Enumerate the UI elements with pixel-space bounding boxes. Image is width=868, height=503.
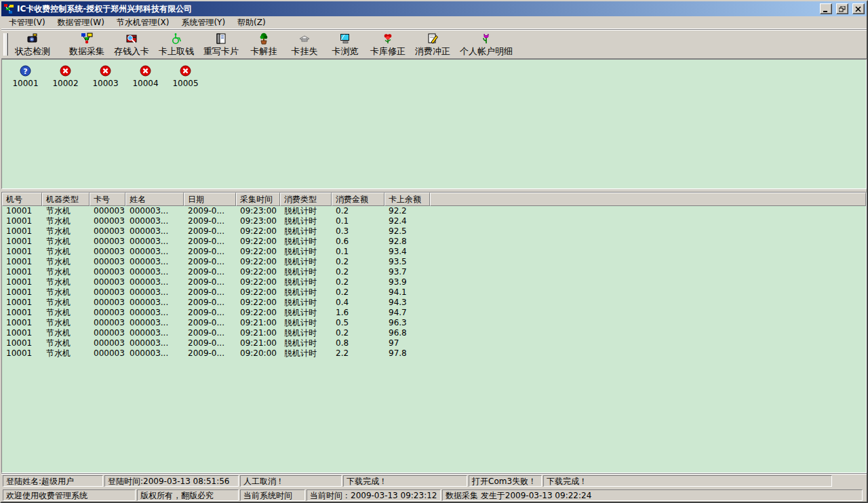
table-cell: 2009-0... bbox=[184, 237, 236, 247]
table-cell: 2009-0... bbox=[184, 277, 236, 287]
table-row[interactable]: 10001节水机000003000003...2009-0...09:22:00… bbox=[2, 226, 866, 237]
status1-panel-5: 打开Com3失败！ bbox=[469, 475, 542, 487]
menu-item-2[interactable]: 数据管理(W) bbox=[52, 16, 111, 30]
device-item-10003[interactable]: 10003 bbox=[90, 65, 121, 88]
title-bar: IC卡收费控制系统-授权于郑州兴邦科技有限公司 bbox=[1, 1, 867, 16]
toolbar-grip[interactable] bbox=[3, 33, 8, 56]
menu-item-4[interactable]: 系统管理(Y) bbox=[175, 16, 231, 30]
table-row[interactable]: 10001节水机000003000003...2009-0...09:22:00… bbox=[2, 247, 866, 257]
table-row[interactable]: 10001节水机000003000003...2009-0...09:23:00… bbox=[2, 206, 866, 216]
status-bar-1: 登陆姓名:超级用户登陆时间:2009-03-13 08:51:56人工取消！下载… bbox=[1, 473, 867, 487]
table-row[interactable]: 10001节水机000003000003...2009-0...09:22:00… bbox=[2, 267, 866, 277]
table-cell: 脱机计时 bbox=[280, 257, 332, 267]
column-header-7[interactable]: 消费类型 bbox=[280, 193, 332, 206]
table-cell: 10001 bbox=[2, 257, 42, 267]
table-cell: 10001 bbox=[2, 338, 42, 348]
device-item-10001[interactable]: ?10001 bbox=[10, 65, 41, 88]
card-loss-icon bbox=[298, 33, 311, 45]
table-cell: 92.2 bbox=[384, 206, 430, 216]
table-cell: 脱机计时 bbox=[280, 318, 332, 328]
toolbar-button-label: 存钱入卡 bbox=[114, 45, 149, 58]
table-cell: 0.2 bbox=[332, 277, 384, 287]
table-row[interactable]: 10001节水机000003000003...2009-0...09:20:00… bbox=[2, 348, 866, 359]
table-cell: 10001 bbox=[2, 216, 42, 226]
table-row[interactable]: 10001节水机000003000003...2009-0...09:22:00… bbox=[2, 287, 866, 298]
table-row[interactable]: 10001节水机000003000003...2009-0...09:22:00… bbox=[2, 257, 866, 267]
status2-panel-2: 版权所有，翻版必究 bbox=[137, 489, 239, 501]
column-header-5[interactable]: 日期 bbox=[184, 193, 236, 206]
table-cell: 000003... bbox=[125, 328, 184, 338]
toolbar-button-5[interactable]: 重写卡片 bbox=[199, 31, 243, 58]
column-header-4[interactable]: 姓名 bbox=[125, 193, 184, 206]
minimize-button[interactable] bbox=[820, 3, 832, 14]
table-cell: 97 bbox=[384, 338, 430, 348]
toolbar-button-11[interactable]: 个人帐户明细 bbox=[455, 31, 517, 58]
toolbar-button-7[interactable]: 卡挂失 bbox=[284, 31, 325, 58]
table-cell: 0.2 bbox=[332, 287, 384, 298]
toolbar-button-3[interactable]: 存钱入卡 bbox=[109, 31, 154, 58]
device-item-10002[interactable]: 10002 bbox=[50, 65, 81, 88]
table-cell: 000003... bbox=[125, 348, 184, 359]
device-item-10004[interactable]: 10004 bbox=[130, 65, 161, 88]
table-row[interactable]: 10001节水机000003000003...2009-0...09:22:00… bbox=[2, 298, 866, 308]
wheelchair-icon bbox=[170, 33, 182, 45]
table-cell: 09:22:00 bbox=[236, 237, 280, 247]
rewrite-card-icon bbox=[215, 33, 227, 45]
table-row[interactable]: 10001节水机000003000003...2009-0...09:22:00… bbox=[2, 237, 866, 247]
table-row[interactable]: 10001节水机000003000003...2009-0...09:21:00… bbox=[2, 338, 866, 348]
toolbar-button-4[interactable]: 卡上取钱 bbox=[154, 31, 199, 58]
menu-item-5[interactable]: 帮助(Z) bbox=[231, 16, 272, 30]
table-cell: 92.4 bbox=[384, 216, 430, 226]
table-cell: 000003 bbox=[90, 348, 125, 359]
status1-panel-1: 登陆姓名:超级用户 bbox=[3, 475, 103, 487]
table-cell: 0.2 bbox=[332, 257, 384, 267]
toolbar-button-1[interactable]: 状态检测 bbox=[10, 31, 55, 58]
toolbar-button-2[interactable]: 数据采集 bbox=[64, 31, 109, 58]
column-header-9[interactable]: 卡上余额 bbox=[384, 193, 430, 206]
toolbar-button-9[interactable]: 卡库修正 bbox=[366, 31, 410, 58]
error-status-icon bbox=[100, 65, 111, 77]
table-cell: 0.5 bbox=[332, 318, 384, 328]
table-cell: 09:21:00 bbox=[236, 318, 280, 328]
table-row[interactable]: 10001节水机000003000003...2009-0...09:22:00… bbox=[2, 277, 866, 287]
table-cell: 93.4 bbox=[384, 247, 430, 257]
table-cell: 000003 bbox=[90, 267, 125, 277]
table-row[interactable]: 10001节水机000003000003...2009-0...09:22:00… bbox=[2, 308, 866, 318]
table-header-row: 机号机器类型卡号姓名日期采集时间消费类型消费金额卡上余额 bbox=[2, 193, 866, 206]
toolbar-button-6[interactable]: 卡解挂 bbox=[243, 31, 284, 58]
device-item-10005[interactable]: 10005 bbox=[170, 65, 201, 88]
table-cell: 09:23:00 bbox=[236, 216, 280, 226]
column-header-3[interactable]: 卡号 bbox=[90, 193, 125, 206]
device-status-panel: ?1000110002100031000410005 bbox=[1, 59, 867, 189]
table-cell: 000003... bbox=[125, 267, 184, 277]
camera-icon bbox=[26, 33, 39, 45]
column-header-2[interactable]: 机器类型 bbox=[42, 193, 90, 206]
restore-button[interactable] bbox=[836, 3, 848, 14]
table-cell: 000003... bbox=[125, 277, 184, 287]
table-row[interactable]: 10001节水机000003000003...2009-0...09:21:00… bbox=[2, 318, 866, 328]
column-header-1[interactable]: 机号 bbox=[2, 193, 42, 206]
menu-item-1[interactable]: 卡管理(V) bbox=[3, 16, 52, 30]
column-header-6[interactable]: 采集时间 bbox=[236, 193, 280, 206]
status1-panel-3: 人工取消！ bbox=[240, 475, 342, 487]
table-cell: 节水机 bbox=[42, 318, 90, 328]
table-row[interactable]: 10001节水机000003000003...2009-0...09:23:00… bbox=[2, 216, 866, 226]
table-cell: 2009-0... bbox=[184, 206, 236, 216]
table-cell: 94.3 bbox=[384, 298, 430, 308]
menu-item-3[interactable]: 节水机管理(X) bbox=[111, 16, 176, 30]
table-cell: 2009-0... bbox=[184, 348, 236, 359]
app-window: IC卡收费控制系统-授权于郑州兴邦科技有限公司 卡管理(V)数据管理(W)节水机… bbox=[0, 0, 868, 503]
toolbar-button-10[interactable]: 消费冲正 bbox=[410, 31, 455, 58]
table-cell: 节水机 bbox=[42, 267, 90, 277]
table-row[interactable]: 10001节水机000003000003...2009-0...09:21:00… bbox=[2, 328, 866, 338]
toolbar-button-8[interactable]: 卡浏览 bbox=[325, 31, 366, 58]
data-collect-icon bbox=[81, 33, 93, 45]
column-header-8[interactable]: 消费金额 bbox=[332, 193, 384, 206]
table-cell: 0.3 bbox=[332, 226, 384, 237]
table-cell: 脱机计时 bbox=[280, 348, 332, 359]
table-cell: 脱机计时 bbox=[280, 298, 332, 308]
close-button[interactable] bbox=[852, 3, 865, 14]
status-bar-2: 欢迎使用收费管理系统版权所有，翻版必究当前系统时间当前时间：2009-03-13… bbox=[1, 487, 867, 502]
window-title: IC卡收费控制系统-授权于郑州兴邦科技有限公司 bbox=[17, 3, 816, 15]
status2-panel-4: 当前时间：2009-03-13 09:23:12 bbox=[307, 489, 441, 501]
